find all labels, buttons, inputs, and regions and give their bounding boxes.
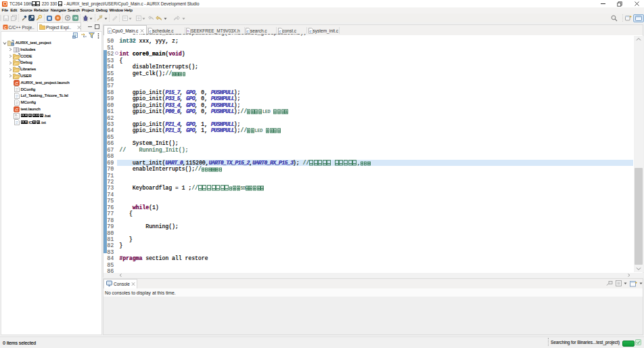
svg-text:c: c — [149, 29, 152, 34]
svg-text:c: c — [309, 29, 312, 34]
svg-text:c: c — [108, 29, 111, 34]
svg-text:c: c — [246, 29, 249, 34]
svg-text:c: c — [279, 29, 281, 34]
svg-text:h: h — [187, 29, 189, 34]
svg-text:C: C — [4, 25, 7, 29]
